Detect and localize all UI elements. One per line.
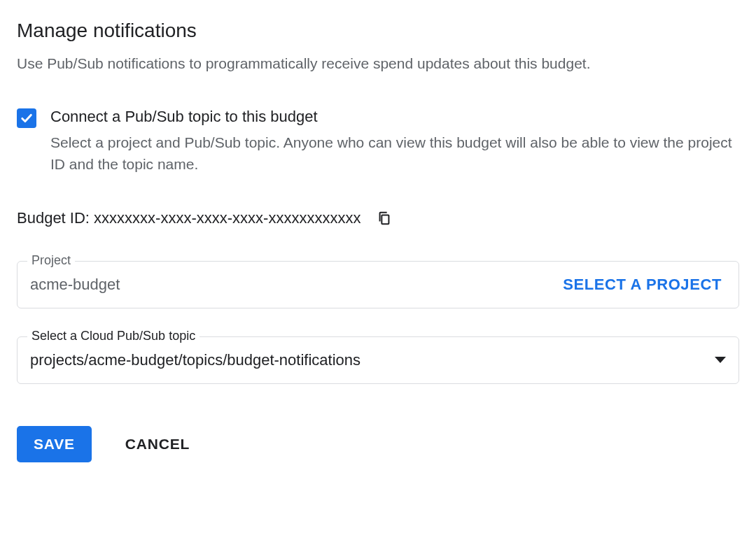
select-project-button[interactable]: SELECT A PROJECT (559, 276, 726, 294)
checkmark-icon (20, 111, 34, 125)
page-subtitle: Use Pub/Sub notifications to programmati… (17, 53, 739, 73)
pubsub-checkbox-content: Connect a Pub/Sub topic to this budget S… (50, 107, 739, 176)
budget-id-text: Budget ID: xxxxxxxx-xxxx-xxxx-xxxx-xxxxx… (17, 209, 360, 227)
topic-dropdown[interactable]: Select a Cloud Pub/Sub topic projects/ac… (17, 336, 739, 384)
button-row: SAVE CANCEL (17, 426, 739, 462)
project-field-legend: Project (27, 253, 75, 268)
budget-id-row: Budget ID: xxxxxxxx-xxxx-xxxx-xxxx-xxxxx… (17, 209, 739, 227)
topic-field-group: Select a Cloud Pub/Sub topic projects/ac… (17, 336, 739, 384)
cancel-button[interactable]: CANCEL (120, 426, 195, 462)
pubsub-checkbox[interactable] (17, 108, 36, 128)
project-field-value: acme-budget (30, 276, 559, 294)
page-title: Manage notifications (17, 20, 739, 42)
pubsub-checkbox-label: Connect a Pub/Sub topic to this budget (50, 107, 739, 127)
project-field: Project acme-budget SELECT A PROJECT (17, 261, 739, 308)
pubsub-checkbox-description: Select a project and Pub/Sub topic. Anyo… (50, 132, 739, 176)
save-button[interactable]: SAVE (17, 426, 92, 462)
project-field-group: Project acme-budget SELECT A PROJECT (17, 261, 739, 308)
chevron-down-icon (715, 357, 726, 363)
topic-field-value: projects/acme-budget/topics/budget-notif… (30, 351, 709, 369)
topic-field-legend: Select a Cloud Pub/Sub topic (27, 329, 200, 343)
svg-rect-0 (382, 215, 389, 224)
copy-icon[interactable] (376, 210, 393, 227)
pubsub-checkbox-row: Connect a Pub/Sub topic to this budget S… (17, 107, 739, 176)
